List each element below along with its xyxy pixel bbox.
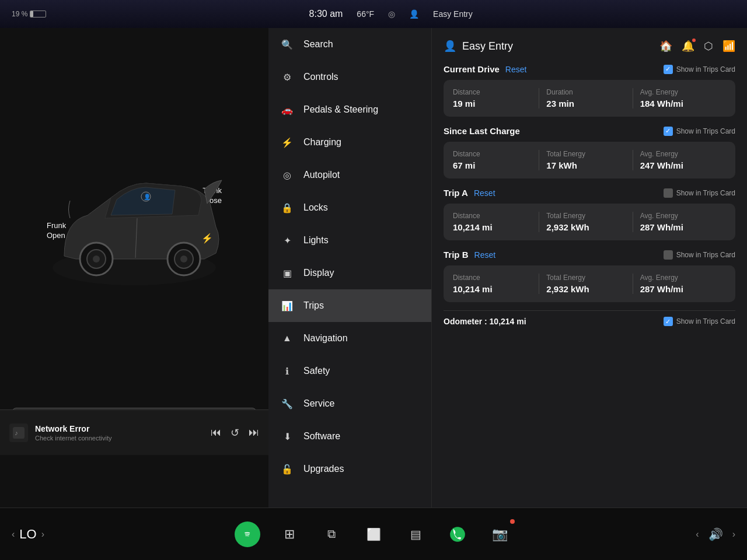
trip-a-show-label: Show in Trips Card [676, 189, 735, 197]
since-last-charge-checkbox[interactable]: ✓ [664, 127, 673, 136]
menu-item-controls[interactable]: ⚙ Controls [268, 61, 431, 93]
spotify-icon[interactable] [235, 522, 260, 547]
battery-indicator: 19 % [12, 10, 46, 18]
menu-item-charging[interactable]: ⚡ Charging [268, 126, 431, 159]
trip-a-avg-energy: Avg. Energy 287 Wh/mi [640, 212, 726, 232]
notification-dot [692, 38, 696, 42]
trip-b-reset[interactable]: Reset [474, 250, 496, 260]
distance-label: Distance [453, 88, 532, 96]
software-icon: ⬇ [280, 429, 294, 443]
since-last-charge-card: Distance 67 mi Total Energy 17 kWh Avg. … [444, 142, 735, 178]
odometer-show-label: Show in Trips Card [676, 317, 735, 326]
home-icon[interactable]: 🏠 [659, 40, 672, 52]
bottom-bar: ‹ LO › ⊞ ⧉ ⬜ ▤ 📷 [0, 508, 747, 560]
duration-label: Duration [546, 88, 625, 96]
lo-left-arrow[interactable]: ‹ [12, 529, 15, 540]
trip-b-energy: Total Energy 2,932 kWh [546, 274, 633, 294]
menu-item-display[interactable]: ▣ Display [268, 257, 431, 289]
odometer-checkbox[interactable]: ✓ [664, 317, 673, 326]
phone-icon[interactable] [445, 522, 470, 547]
trip-b-checkbox[interactable] [664, 250, 673, 260]
camera-icon[interactable]: 📷 [487, 522, 512, 547]
music-controls[interactable]: ⏮ ↺ ⏭ [211, 426, 259, 439]
battery-percent: 19 % [12, 10, 27, 18]
menu-item-lights[interactable]: ✦ Lights [268, 224, 431, 257]
replay-button[interactable]: ↺ [231, 426, 239, 439]
volume-left-arrow[interactable]: ‹ [696, 529, 699, 540]
autopilot-label: Autopilot [303, 170, 340, 180]
charging-label: Charging [303, 137, 341, 148]
trip-a-label: Trip A [444, 188, 468, 198]
svg-point-14 [450, 527, 465, 542]
grid-icon[interactable]: ⊞ [277, 522, 302, 547]
status-bar: 19 % 8:30 am 66°F ◎ 👤 Easy Entry [0, 0, 747, 28]
chat-icon[interactable]: ⬜ [361, 522, 386, 547]
menu-item-upgrades[interactable]: 🔓 Upgrades [268, 453, 431, 485]
since-last-charge-show-label: Show in Trips Card [676, 127, 735, 135]
bottom-app-icons[interactable]: ⊞ ⧉ ⬜ ▤ 📷 [235, 522, 512, 547]
trip-a-energy: Total Energy 2,932 kWh [546, 212, 633, 232]
trips-header-icons[interactable]: 🏠 🔔 ⬡ 📶 [659, 40, 735, 52]
since-last-charge-title-row: Since Last Charge [444, 126, 520, 136]
svg-text:♪: ♪ [15, 429, 18, 436]
trips-header: 👤 Easy Entry 🏠 🔔 ⬡ 📶 [444, 40, 735, 52]
volume-icon: 🔊 [708, 527, 723, 541]
gps-icon: ◎ [388, 9, 395, 19]
menu-item-locks[interactable]: 🔒 Locks [268, 191, 431, 224]
trip-b-energy-label: Total Energy [546, 274, 625, 282]
trip-a-avg-value: 287 Wh/mi [640, 222, 719, 232]
current-drive-checkbox[interactable]: ✓ [664, 65, 673, 74]
trip-a-reset[interactable]: Reset [474, 188, 495, 198]
avg-energy-label: Avg. Energy [640, 88, 719, 96]
duration-value: 23 min [546, 99, 625, 108]
car-illustration: ⚡ 👤 [41, 151, 228, 314]
volume-right-arrow[interactable]: › [732, 529, 735, 540]
trip-a-title-row: Trip A Reset [444, 188, 495, 198]
odometer-value: 10,214 mi [490, 317, 526, 326]
lo-right-arrow[interactable]: › [41, 529, 44, 540]
prev-button[interactable]: ⏮ [211, 426, 221, 439]
next-button[interactable]: ⏭ [249, 426, 259, 439]
current-drive-reset[interactable]: Reset [505, 65, 527, 74]
current-drive-duration: Duration 23 min [546, 88, 633, 108]
trip-b-avg-label: Avg. Energy [640, 274, 719, 282]
trips-panel: 👤 Easy Entry 🏠 🔔 ⬡ 📶 Current Drive Reset… [432, 28, 747, 508]
navigation-label: Navigation [303, 333, 348, 344]
controls-icon: ⚙ [280, 70, 294, 84]
menu-item-navigation[interactable]: ▲ Navigation [268, 322, 431, 355]
car-panel: FrunkOpen TrunkClose [0, 28, 268, 508]
trip-a-show-trips: Show in Trips Card [664, 188, 735, 198]
slc-energy-value: 17 kWh [546, 160, 625, 170]
svg-text:👤: 👤 [144, 193, 151, 201]
bottom-right-controls[interactable]: ‹ 🔊 › [696, 527, 735, 541]
trip-b-distance: Distance 10,214 mi [453, 274, 539, 294]
bluetooth-icon[interactable]: ⬡ [704, 40, 713, 52]
trip-b-header: Trip B Reset Show in Trips Card [444, 250, 735, 260]
sliders-icon[interactable]: ⧉ [319, 522, 344, 547]
trip-a-card: Distance 10,214 mi Total Energy 2,932 kW… [444, 204, 735, 240]
current-drive-title-row: Current Drive Reset [444, 64, 526, 74]
trip-a-avg-label: Avg. Energy [640, 212, 719, 220]
trip-a-distance-value: 10,214 mi [453, 222, 532, 232]
menu-item-pedals[interactable]: 🚗 Pedals & Steering [268, 93, 431, 126]
menu-item-service[interactable]: 🔧 Service [268, 387, 431, 420]
menu-item-trips[interactable]: 📊 Trips [268, 289, 431, 322]
trip-b-avg-energy: Avg. Energy 287 Wh/mi [640, 274, 726, 294]
cards-icon[interactable]: ▤ [403, 522, 428, 547]
trip-a-distance: Distance 10,214 mi [453, 212, 539, 232]
signal-icon[interactable]: 📶 [722, 40, 735, 52]
slc-distance-value: 67 mi [453, 160, 532, 170]
trip-a-header: Trip A Reset Show in Trips Card [444, 188, 735, 198]
odometer-text: Odometer : 10,214 mi [444, 317, 526, 326]
charging-icon: ⚡ [280, 135, 294, 149]
trip-b-distance-value: 10,214 mi [453, 284, 532, 294]
current-drive-energy: Avg. Energy 184 Wh/mi [640, 88, 726, 108]
menu-item-software[interactable]: ⬇ Software [268, 420, 431, 453]
trip-a-energy-label: Total Energy [546, 212, 625, 220]
menu-item-search[interactable]: 🔍 Search [268, 28, 431, 61]
bell-icon[interactable]: 🔔 [682, 40, 694, 52]
trip-a-checkbox[interactable] [664, 188, 673, 198]
trip-b-card: Distance 10,214 mi Total Energy 2,932 kW… [444, 265, 735, 302]
menu-item-autopilot[interactable]: ◎ Autopilot [268, 159, 431, 191]
menu-item-safety[interactable]: ℹ Safety [268, 355, 431, 387]
